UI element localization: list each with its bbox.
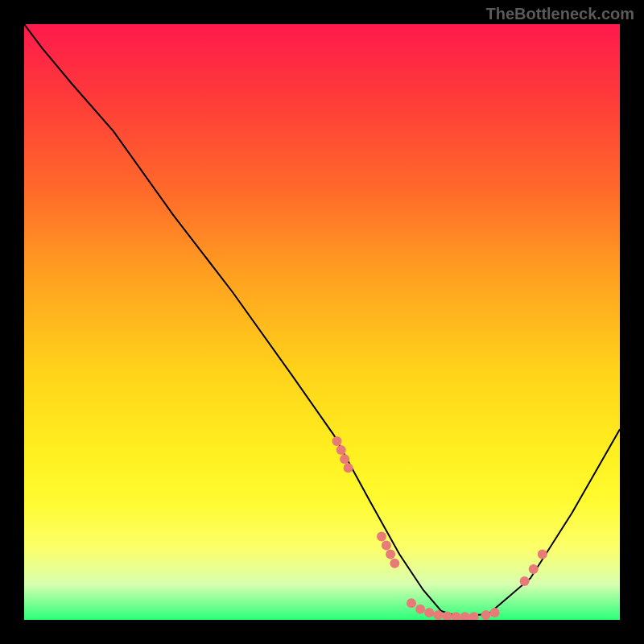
watermark-text: TheBottleneck.com bbox=[486, 5, 634, 23]
data-marker bbox=[529, 564, 539, 574]
data-marker bbox=[336, 445, 346, 455]
data-marker bbox=[340, 454, 349, 464]
data-marker bbox=[332, 436, 342, 446]
chart-plot-area bbox=[24, 24, 620, 620]
data-marker bbox=[390, 559, 399, 568]
data-marker bbox=[481, 610, 491, 620]
data-marker bbox=[469, 612, 479, 620]
curve-path bbox=[24, 24, 620, 617]
data-marker bbox=[452, 612, 461, 620]
bottleneck-curve-line bbox=[24, 24, 620, 617]
data-marker bbox=[538, 550, 547, 559]
data-marker bbox=[520, 576, 530, 586]
data-marker bbox=[344, 463, 353, 473]
data-marker bbox=[386, 550, 395, 559]
data-marker bbox=[382, 541, 391, 551]
data-marker bbox=[415, 605, 425, 614]
data-marker bbox=[460, 612, 470, 620]
data-marker bbox=[490, 608, 500, 617]
data-marker bbox=[424, 608, 434, 617]
chart-svg bbox=[24, 24, 620, 620]
data-marker bbox=[433, 610, 443, 620]
data-marker bbox=[407, 598, 416, 608]
data-marker bbox=[377, 531, 386, 541]
data-marker bbox=[442, 612, 452, 620]
